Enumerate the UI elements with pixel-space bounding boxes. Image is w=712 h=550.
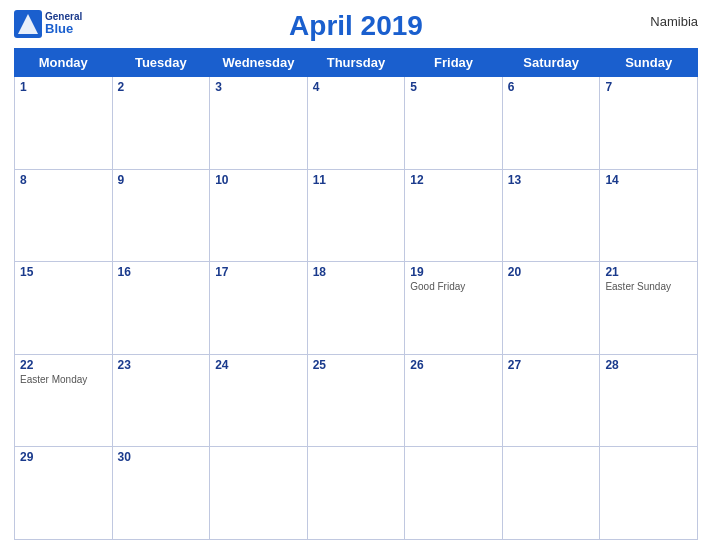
day-number: 10 [215,173,302,187]
week-row-3: 1516171819Good Friday2021Easter Sunday [15,262,698,355]
day-number: 7 [605,80,692,94]
day-number: 28 [605,358,692,372]
day-number: 5 [410,80,497,94]
day-number: 23 [118,358,205,372]
calendar-title: April 2019 [289,10,423,42]
week-row-1: 1234567 [15,77,698,170]
day-cell: 20 [502,262,600,355]
day-cell: 8 [15,169,113,262]
day-number: 8 [20,173,107,187]
day-number: 30 [118,450,205,464]
day-cell: 16 [112,262,210,355]
day-number: 18 [313,265,400,279]
day-number: 17 [215,265,302,279]
day-cell: 27 [502,354,600,447]
day-number: 3 [215,80,302,94]
day-number: 24 [215,358,302,372]
weekday-header-row: Monday Tuesday Wednesday Thursday Friday… [15,49,698,77]
calendar-table: Monday Tuesday Wednesday Thursday Friday… [14,48,698,540]
day-number: 19 [410,265,497,279]
day-cell: 30 [112,447,210,540]
header-monday: Monday [15,49,113,77]
calendar-header: General Blue April 2019 Namibia [14,10,698,42]
day-number: 20 [508,265,595,279]
day-cell: 7 [600,77,698,170]
day-cell: 24 [210,354,308,447]
logo-icon [14,10,42,38]
day-number: 26 [410,358,497,372]
day-number: 14 [605,173,692,187]
day-cell [405,447,503,540]
day-cell: 11 [307,169,405,262]
calendar-wrapper: General Blue April 2019 Namibia Monday T… [0,0,712,550]
day-cell: 6 [502,77,600,170]
day-cell: 19Good Friday [405,262,503,355]
country-label: Namibia [650,14,698,29]
week-row-4: 22Easter Monday232425262728 [15,354,698,447]
day-cell: 9 [112,169,210,262]
day-number: 12 [410,173,497,187]
day-cell: 25 [307,354,405,447]
day-number: 25 [313,358,400,372]
day-cell: 5 [405,77,503,170]
holiday-label: Good Friday [410,281,497,292]
day-cell: 26 [405,354,503,447]
day-cell: 17 [210,262,308,355]
day-number: 2 [118,80,205,94]
header-sunday: Sunday [600,49,698,77]
day-cell: 12 [405,169,503,262]
week-row-5: 2930 [15,447,698,540]
day-number: 4 [313,80,400,94]
header-friday: Friday [405,49,503,77]
day-cell: 18 [307,262,405,355]
day-cell [600,447,698,540]
day-cell: 3 [210,77,308,170]
day-cell: 23 [112,354,210,447]
holiday-label: Easter Sunday [605,281,692,292]
logo: General Blue [14,10,82,38]
day-cell: 22Easter Monday [15,354,113,447]
day-cell: 1 [15,77,113,170]
holiday-label: Easter Monday [20,374,107,385]
day-cell: 10 [210,169,308,262]
day-cell: 15 [15,262,113,355]
header-wednesday: Wednesday [210,49,308,77]
header-saturday: Saturday [502,49,600,77]
day-number: 11 [313,173,400,187]
logo-blue: Blue [45,22,82,36]
day-number: 16 [118,265,205,279]
day-cell [502,447,600,540]
day-cell: 14 [600,169,698,262]
day-number: 13 [508,173,595,187]
day-cell: 29 [15,447,113,540]
day-cell: 21Easter Sunday [600,262,698,355]
day-cell: 13 [502,169,600,262]
day-number: 22 [20,358,107,372]
header-tuesday: Tuesday [112,49,210,77]
day-number: 27 [508,358,595,372]
day-number: 29 [20,450,107,464]
header-thursday: Thursday [307,49,405,77]
day-number: 15 [20,265,107,279]
week-row-2: 891011121314 [15,169,698,262]
day-cell: 28 [600,354,698,447]
day-number: 6 [508,80,595,94]
day-cell: 4 [307,77,405,170]
day-number: 1 [20,80,107,94]
day-number: 21 [605,265,692,279]
day-cell [210,447,308,540]
day-number: 9 [118,173,205,187]
day-cell [307,447,405,540]
day-cell: 2 [112,77,210,170]
